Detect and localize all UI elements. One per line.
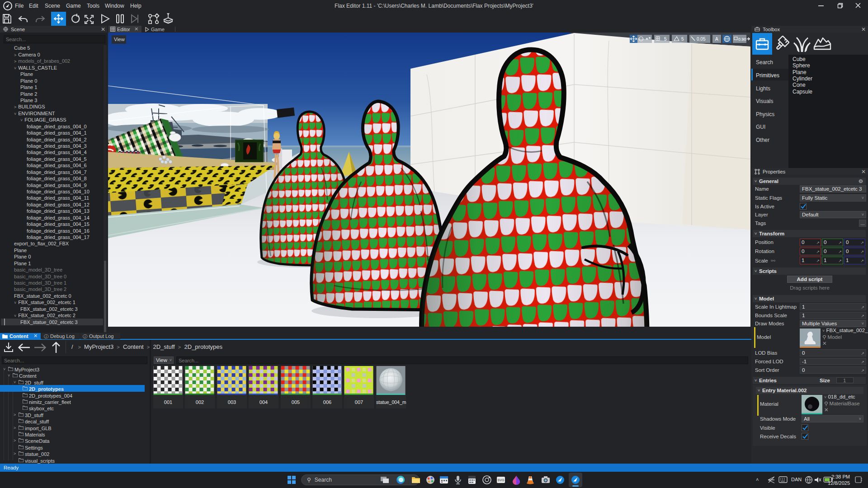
- svg-text:0.05: 0.05: [697, 37, 706, 42]
- svg-text:5: 5: [664, 37, 667, 42]
- svg-text:0.90: 0.90: [738, 37, 746, 42]
- svg-text:SVG: SVG: [498, 479, 505, 482]
- svg-text:5: 5: [681, 37, 684, 42]
- svg-text:A: A: [715, 37, 718, 42]
- svg-text:View: View: [114, 37, 125, 42]
